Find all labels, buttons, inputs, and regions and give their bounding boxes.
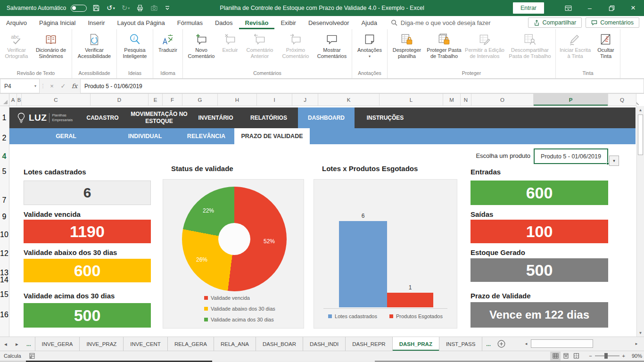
row-header-12[interactable]: 12 (0, 249, 8, 258)
normal-view-button[interactable] (550, 352, 561, 361)
column-header-m[interactable]: M (443, 94, 461, 106)
scroll-down-icon[interactable]: ▼ (637, 329, 644, 337)
vertical-scrollbar[interactable]: ▲ ▼ (636, 106, 644, 337)
sheet-overflow-left[interactable]: ... (23, 337, 35, 351)
close-button[interactable]: × (622, 0, 644, 16)
ribbon-tab-pagina-inicial[interactable]: Página Inicial (33, 16, 82, 29)
nav-item-inventario[interactable]: INVENTÁRIO (191, 107, 240, 128)
translate-button[interactable]: Traduzir (155, 31, 181, 55)
formula-input[interactable]: Produto 5 - 01/06/2019 (80, 79, 644, 93)
column-header-p-selected[interactable]: P (534, 94, 608, 106)
column-header-q[interactable]: Q (608, 94, 636, 106)
nav-item-movimentacao-no-estoque[interactable]: MOVIMENTAÇÃO NO ESTOQUE (127, 107, 191, 128)
row-header-15[interactable]: 15 (0, 290, 8, 299)
page-layout-view-button[interactable] (561, 352, 571, 361)
protect-workbook-button[interactable]: Proteger Pasta de Trabalho (425, 31, 463, 60)
ribbon-tab-exibir[interactable]: Exibir (274, 16, 302, 29)
row-header-9[interactable]: 9 (0, 213, 8, 221)
column-header-i[interactable]: I (257, 94, 292, 106)
sheet-tab-inst-pass[interactable]: INST_PASS (439, 337, 482, 351)
nav-item-relatorios[interactable]: RELATÓRIOS (240, 107, 297, 128)
hide-ink-button[interactable]: Ocultar Tinta (593, 31, 619, 60)
nav-item-cadastro[interactable]: CADASTRO (78, 107, 127, 128)
column-header-d[interactable]: D (91, 94, 149, 106)
restore-button[interactable] (601, 0, 622, 16)
show-comments-button[interactable]: Mostrar Comentários (314, 31, 350, 60)
allow-edit-ranges-button[interactable]: Permitir a Edição de Intervalos (463, 31, 506, 60)
scroll-up-icon[interactable]: ▲ (637, 106, 644, 114)
print-preview-button[interactable] (135, 4, 145, 12)
scroll-right-icon[interactable]: ▸ (633, 341, 640, 346)
horizontal-scrollbar-thumb[interactable] (531, 339, 593, 348)
product-selector-dropdown-button[interactable]: ▾ (609, 156, 619, 166)
check-accessibility-button[interactable]: Verificar Acessibilidade (74, 31, 115, 60)
ribbon-tab-desenvolvedor[interactable]: Desenvolvedor (302, 16, 355, 29)
nav-item-dashboard-active[interactable]: DASHBOARD (298, 107, 355, 128)
ribbon-tab-inserir[interactable]: Inserir (82, 16, 111, 29)
sheet-tab-dash-repr[interactable]: DASH_REPR (346, 337, 392, 351)
sheet-overflow-right[interactable]: ... (482, 337, 495, 351)
next-comment-button[interactable]: Próximo Comentário (278, 31, 314, 60)
ribbon-tab-arquivo[interactable]: Arquivo (0, 16, 33, 29)
select-all-button[interactable] (0, 94, 9, 106)
ribbon-tab-formulas[interactable]: Fórmulas (171, 16, 209, 29)
ribbon-display-options-button[interactable] (557, 0, 579, 16)
subnav-item-prazo-de-validade-active[interactable]: PRAZO DE VALIDADE (234, 128, 310, 144)
subnav-item-individual[interactable]: INDIVIDUAL (108, 128, 182, 144)
sheet-tab-rela-ana[interactable]: RELA_ANA (214, 337, 256, 351)
subnav-item-geral[interactable]: GERAL (31, 128, 101, 144)
horizontal-scrollbar-track[interactable] (530, 339, 633, 348)
zoom-level[interactable]: 90% (628, 353, 642, 359)
name-box[interactable]: P4 ▾ (0, 79, 40, 93)
zoom-slider[interactable] (595, 355, 619, 356)
unprotect-sheet-button[interactable]: Desproteger planilha (389, 31, 425, 60)
previous-comment-button[interactable]: Comentário Anterior (242, 31, 278, 60)
sheet-nav-right-icon[interactable]: ▸ (11, 337, 23, 351)
customize-qat-button[interactable] (164, 5, 171, 11)
spelling-button[interactable]: abc Verificar Ortografia (1, 31, 32, 60)
column-header-n[interactable]: N (461, 94, 471, 106)
ribbon-tab-layout-da-pagina[interactable]: Layout da Página (111, 16, 171, 29)
column-header-b[interactable]: B (17, 94, 22, 106)
sheet-nav-left-icon[interactable]: ◂ (0, 337, 11, 351)
row-header-4-selected[interactable]: 4 (0, 152, 8, 161)
sheet-tab-rela-gera[interactable]: RELA_GERA (168, 337, 214, 351)
row-header-16[interactable]: 16 (0, 311, 8, 319)
column-header-c[interactable]: C (22, 94, 91, 106)
row-header-2[interactable]: 2 (0, 134, 8, 142)
ribbon-tab-dados[interactable]: Dados (209, 16, 239, 29)
new-sheet-button[interactable] (495, 337, 509, 351)
camera-button[interactable] (149, 4, 159, 12)
sheet-tab-inve-praz[interactable]: INVE_PRAZ (80, 337, 124, 351)
horizontal-scrollbar[interactable]: ◂ ▸ (522, 338, 640, 349)
smart-lookup-button[interactable]: i Pesquisa Inteligente (118, 31, 151, 60)
insert-function-button[interactable]: fx (69, 79, 80, 93)
row-header-7[interactable]: 7 (0, 196, 8, 205)
zoom-slider-thumb[interactable] (604, 353, 608, 359)
subnav-item-relevancia[interactable]: RELEVÂNCIA (172, 128, 240, 144)
page-break-view-button[interactable] (571, 352, 581, 361)
row-header-5[interactable]: 5 (0, 167, 8, 176)
column-header-o[interactable]: O (471, 94, 534, 106)
column-header-a[interactable]: A (9, 94, 17, 106)
row-header-10[interactable]: 10 (0, 230, 8, 239)
column-header-k[interactable]: K (318, 94, 380, 106)
confirm-entry-button[interactable]: ✓ (58, 79, 69, 93)
row-header-1[interactable]: 1 (0, 114, 8, 122)
sheet-tab-inve-cent[interactable]: INVE_CENT (124, 337, 168, 351)
cancel-entry-button[interactable]: × (46, 79, 58, 93)
sheet-tab-dash-indi[interactable]: DASH_INDI (303, 337, 346, 351)
sheet-tab-inve-gera[interactable]: INVE_GERA (35, 337, 80, 351)
zoom-in-button[interactable]: + (622, 353, 625, 359)
sign-in-button[interactable]: Entrar (513, 2, 544, 14)
product-selector-cell[interactable]: Produto 5 - 01/06/2019 (534, 148, 608, 164)
redo-button[interactable]: ↻▾ (121, 4, 131, 12)
ribbon-tab-ajuda[interactable]: Ajuda (355, 16, 383, 29)
notes-button[interactable]: Anotações ▾ (354, 31, 386, 60)
column-header-h[interactable]: H (218, 94, 257, 106)
vertical-scrollbar-thumb[interactable] (638, 115, 643, 155)
sheet-tab-dash-praz-active[interactable]: DASH_PRAZ (393, 337, 439, 351)
unshare-workbook-button[interactable]: Descompartilhar Pasta de Trabalho (506, 31, 554, 60)
start-inking-button[interactable]: Iniciar Escrita à Tinta (557, 31, 593, 60)
nav-item-instrucoes[interactable]: INSTRUÇÕES (355, 107, 416, 128)
